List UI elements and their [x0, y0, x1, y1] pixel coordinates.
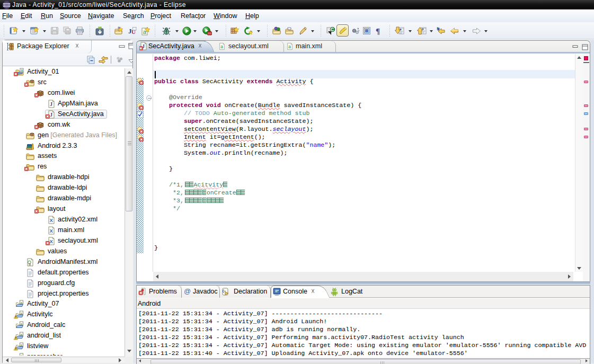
svg-text:U: U — [131, 29, 136, 35]
svg-text:¶: ¶ — [376, 27, 380, 35]
